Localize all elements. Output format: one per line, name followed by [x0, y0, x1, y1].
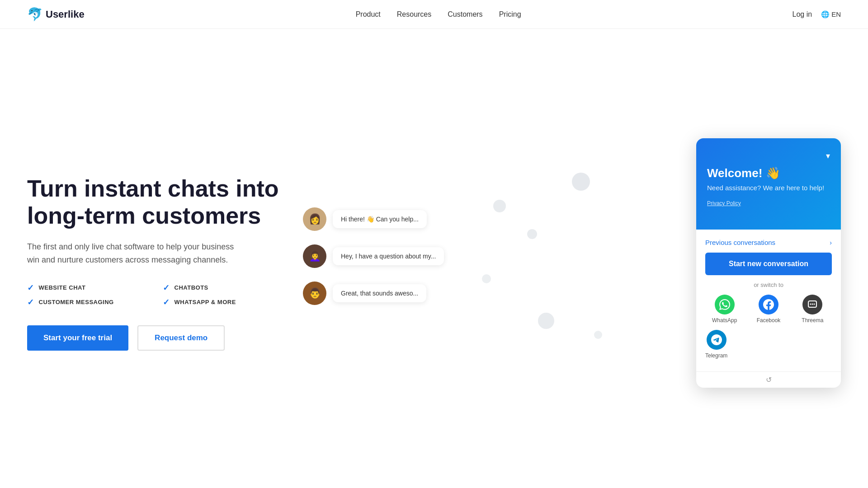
feature-whatsapp: ✓ WHATSAPP & MORE [163, 297, 280, 307]
nav-pricing[interactable]: Pricing [499, 10, 521, 19]
deco-circle-4 [482, 274, 491, 283]
widget-body: Previous conversations › Start new conve… [696, 230, 841, 371]
deco-circle-1 [572, 173, 590, 191]
channel-threema[interactable]: Threema [793, 295, 832, 324]
widget-header-top: ▾ [707, 151, 830, 161]
navbar: 🐬 Userlike Product Resources Customers P… [0, 0, 868, 29]
chat-bubble-1: Hi there! 👋 Can you help... [333, 210, 427, 228]
whatsapp-label: WhatsApp [712, 317, 737, 324]
deco-circle-5 [538, 313, 554, 329]
features-list: ✓ WEBSITE CHAT ✓ CHATBOTS ✓ CUSTOMER MES… [27, 283, 280, 307]
logo-text: Userlike [46, 9, 85, 20]
facebook-icon [759, 295, 778, 314]
threema-label: Threema [802, 317, 823, 324]
hero-title: Turn instant chats into long-term custom… [27, 175, 280, 230]
hero-section: Turn instant chats into long-term custom… [0, 29, 868, 488]
check-icon-3: ✓ [27, 297, 34, 307]
logo-link[interactable]: 🐬 Userlike [27, 7, 85, 22]
cta-buttons: Start your free trial Request demo [27, 325, 280, 351]
chat-bubble-2: Hey, I have a question about my... [333, 247, 444, 265]
globe-icon: 🌐 [821, 10, 830, 19]
previous-conversations-arrow: › [830, 239, 832, 246]
whatsapp-icon [715, 295, 735, 314]
nav-product[interactable]: Product [356, 10, 381, 19]
svg-point-1 [810, 304, 811, 305]
chat-avatar-3: 👨 [303, 282, 326, 305]
lang-label: EN [831, 10, 841, 18]
feature-website-chat: ✓ WEBSITE CHAT [27, 283, 145, 293]
widget-footer: ↺ [696, 371, 841, 388]
svg-point-2 [812, 304, 813, 305]
telegram-label: Telegram [705, 352, 727, 359]
logo-icon: 🐬 [27, 7, 43, 22]
nav-resources[interactable]: Resources [397, 10, 431, 19]
check-icon-2: ✓ [163, 283, 170, 293]
telegram-icon [707, 330, 726, 350]
chat-preview: 👩 Hi there! 👋 Can you help... 👩‍🦱 Hey, I… [303, 207, 475, 319]
widget-subtitle-text: Need assistance? We are here to help! [707, 184, 830, 192]
chat-message-1: 👩 Hi there! 👋 Can you help... [303, 207, 475, 231]
previous-conversations-link[interactable]: Previous conversations › [705, 239, 832, 246]
feature-chatbots: ✓ CHATBOTS [163, 283, 280, 293]
nav-customers[interactable]: Customers [448, 10, 482, 19]
deco-circle-2 [493, 200, 506, 212]
start-new-conversation-button[interactable]: Start new conversation [705, 253, 832, 275]
start-trial-button[interactable]: Start your free trial [27, 325, 128, 351]
svg-point-3 [814, 304, 815, 305]
widget-refresh-icon[interactable]: ↺ [766, 375, 772, 384]
or-switch-label: or switch to [705, 282, 832, 288]
chat-avatar-1: 👩 [303, 207, 326, 231]
hero-right: 👩 Hi there! 👋 Can you help... 👩‍🦱 Hey, I… [280, 150, 841, 376]
widget-close-button[interactable]: ▾ [826, 151, 830, 161]
widget-privacy-link[interactable]: Privacy Policy [707, 200, 741, 206]
deco-circle-3 [527, 229, 537, 239]
widget-channels-row2: Telegram [705, 330, 832, 359]
chat-widget: ▾ Welcome! 👋 Need assistance? We are her… [696, 138, 841, 388]
request-demo-button[interactable]: Request demo [137, 325, 225, 351]
nav-links: Product Resources Customers Pricing [356, 10, 521, 19]
widget-header: ▾ Welcome! 👋 Need assistance? We are her… [696, 138, 841, 230]
facebook-label: Facebook [757, 317, 781, 324]
deco-circle-6 [594, 331, 602, 339]
language-button[interactable]: 🌐 EN [821, 10, 841, 19]
channel-telegram[interactable]: Telegram [705, 330, 727, 359]
chat-message-3: 👨 Great, that sounds aweso... [303, 282, 475, 305]
hero-left: Turn instant chats into long-term custom… [27, 175, 280, 350]
chat-bubble-3: Great, that sounds aweso... [333, 284, 426, 302]
chat-message-2: 👩‍🦱 Hey, I have a question about my... [303, 244, 475, 268]
previous-conversations-label: Previous conversations [705, 239, 775, 246]
login-link[interactable]: Log in [793, 10, 812, 19]
channel-facebook[interactable]: Facebook [749, 295, 788, 324]
feature-customer-messaging: ✓ CUSTOMER MESSAGING [27, 297, 145, 307]
widget-welcome-text: Welcome! 👋 [707, 166, 830, 180]
channel-whatsapp[interactable]: WhatsApp [705, 295, 744, 324]
hero-subtitle: The first and only live chat software to… [27, 240, 244, 267]
chat-avatar-2: 👩‍🦱 [303, 244, 326, 268]
check-icon-4: ✓ [163, 297, 170, 307]
check-icon-1: ✓ [27, 283, 34, 293]
widget-channels: WhatsApp Facebook [705, 295, 832, 324]
nav-right: Log in 🌐 EN [793, 10, 841, 19]
threema-icon [802, 295, 822, 314]
